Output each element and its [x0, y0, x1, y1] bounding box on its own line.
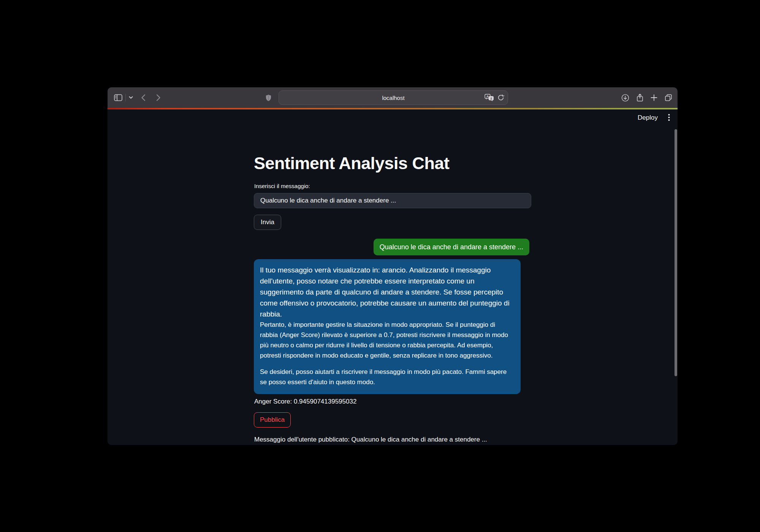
published-message-text: Messaggio dell'utente pubblicato: Qualcu…	[254, 436, 487, 443]
message-input[interactable]	[254, 193, 531, 208]
back-button[interactable]	[139, 87, 147, 108]
svg-text:A: A	[486, 95, 489, 98]
tab-overview-icon	[665, 94, 672, 101]
sidebar-toggle-button[interactable]	[113, 87, 124, 108]
reload-button[interactable]	[497, 94, 504, 101]
new-tab-icon	[651, 94, 657, 101]
back-icon	[141, 94, 146, 101]
assistant-paragraph: Pertanto, è importante gestire la situaz…	[260, 320, 515, 361]
toolbar-separator	[125, 94, 126, 101]
kebab-menu-icon	[668, 114, 670, 121]
app-menu-button[interactable]	[667, 113, 671, 122]
deploy-button[interactable]: Deploy	[638, 114, 658, 122]
reload-icon	[497, 94, 504, 101]
downloads-icon	[621, 94, 629, 102]
main-content: Sentiment Analysis Chat Inserisci il mes…	[254, 109, 531, 445]
translate-icon: A z	[484, 94, 494, 101]
send-button[interactable]: Invia	[254, 215, 281, 230]
address-bar[interactable]: localhost A z	[279, 90, 508, 105]
translate-button[interactable]: A z	[484, 94, 494, 101]
sidebar-chevron-button[interactable]	[127, 87, 134, 108]
address-bar-url: localhost	[382, 95, 404, 101]
browser-toolbar: localhost A z	[108, 87, 678, 108]
svg-text:z: z	[490, 97, 492, 100]
downloads-button[interactable]	[621, 94, 629, 102]
assistant-paragraph: Il tuo messaggio verrà visualizzato in: …	[260, 264, 515, 320]
privacy-shield-icon	[266, 94, 271, 101]
user-chat-bubble: Qualcuno le dica anche di andare a stend…	[374, 239, 529, 255]
publish-button[interactable]: Pubblica	[254, 412, 291, 428]
forward-icon	[156, 94, 161, 101]
anger-score-text: Anger Score: 0.9459074139595032	[254, 398, 356, 405]
sidebar-toggle-icon	[114, 94, 122, 101]
chevron-down-icon	[129, 96, 133, 99]
new-tab-button[interactable]	[651, 94, 657, 101]
forward-button[interactable]	[155, 87, 162, 108]
streamlit-app: Deploy Sentiment Analysis Chat Inserisci…	[108, 109, 678, 445]
scrollbar[interactable]	[674, 129, 677, 376]
privacy-shield-button[interactable]	[264, 87, 272, 108]
tab-overview-button[interactable]	[665, 94, 672, 101]
share-button[interactable]	[636, 93, 643, 102]
assistant-chat-bubble: Il tuo messaggio verrà visualizzato in: …	[254, 259, 521, 394]
browser-window: localhost A z	[108, 87, 678, 445]
message-input-label: Inserisci il messaggio:	[254, 183, 310, 189]
share-icon	[636, 93, 643, 102]
assistant-paragraph: Se desideri, posso aiutarti a riscrivere…	[260, 367, 515, 387]
page-title: Sentiment Analysis Chat	[254, 154, 449, 173]
